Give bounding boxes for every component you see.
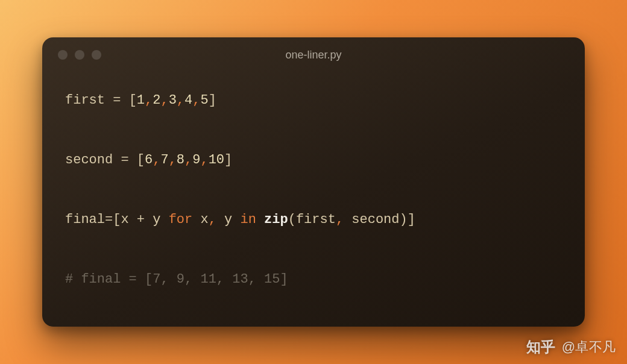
code-block: first = [1,2,3,4,5]second = [6,7,8,9,10]… xyxy=(42,72,585,301)
window-minimize-dot[interactable] xyxy=(75,50,84,60)
zhihu-logo: 知乎 xyxy=(526,337,556,357)
code-token: for xyxy=(169,212,193,227)
code-token: second xyxy=(65,152,113,168)
code-token: x xyxy=(121,212,136,227)
code-token: , xyxy=(184,152,192,168)
window-controls xyxy=(58,50,101,60)
code-token: 4 xyxy=(184,93,192,108)
code-token: [ xyxy=(137,152,145,168)
code-token: , xyxy=(192,93,200,108)
code-token: ) xyxy=(400,212,408,227)
code-token: , xyxy=(145,93,153,108)
code-line: second = [6,7,8,9,10] xyxy=(65,150,562,170)
code-token: [ xyxy=(113,212,121,227)
code-token: first xyxy=(296,212,336,227)
code-token: x xyxy=(192,212,208,227)
code-token: = xyxy=(105,93,129,108)
code-token: 3 xyxy=(169,93,177,108)
code-token: in xyxy=(240,212,256,227)
code-token: 1 xyxy=(137,93,145,108)
window-close-dot[interactable] xyxy=(58,50,68,60)
code-token: ( xyxy=(288,212,296,227)
titlebar: one-liner.py xyxy=(42,37,585,72)
code-token: [ xyxy=(129,93,137,108)
watermark-author: @卓不凡 xyxy=(562,338,616,356)
code-token: 8 xyxy=(177,152,184,168)
code-window: one-liner.py first = [1,2,3,4,5]second =… xyxy=(42,37,585,327)
code-blank-line xyxy=(65,110,562,150)
code-token: 7 xyxy=(160,152,168,168)
window-zoom-dot[interactable] xyxy=(92,50,101,60)
code-token: final xyxy=(65,212,105,227)
code-token: = xyxy=(105,212,113,227)
code-token: ] xyxy=(224,152,232,168)
code-line: # final = [7, 9, 11, 13, 15] xyxy=(65,269,562,289)
code-token: , xyxy=(177,93,184,108)
code-token: # final = [7, 9, 11, 13, 15] xyxy=(65,272,288,287)
code-token: ] xyxy=(209,93,216,108)
window-title: one-liner.py xyxy=(42,49,585,61)
code-token: , xyxy=(209,212,216,227)
code-token: second xyxy=(344,212,399,227)
code-token: ] xyxy=(408,212,415,227)
code-line: final=[x + y for x, y in zip(first, seco… xyxy=(65,210,562,230)
code-token: 6 xyxy=(145,152,153,168)
code-blank-line xyxy=(65,170,562,210)
code-blank-line xyxy=(65,230,562,269)
code-token: zip xyxy=(264,212,288,227)
code-token: , xyxy=(200,152,208,168)
code-token: = xyxy=(113,152,137,168)
code-token: y xyxy=(145,212,169,227)
code-token: y xyxy=(216,212,241,227)
code-token: , xyxy=(160,93,168,108)
code-token: 2 xyxy=(153,93,160,108)
code-token: , xyxy=(169,152,177,168)
code-line: first = [1,2,3,4,5] xyxy=(65,90,562,110)
code-token xyxy=(256,212,264,227)
code-token: first xyxy=(65,93,105,108)
code-token: , xyxy=(153,152,160,168)
code-token: 9 xyxy=(192,152,200,168)
code-token: + xyxy=(137,212,145,227)
code-token: , xyxy=(336,212,344,227)
watermark: 知乎 @卓不凡 xyxy=(526,337,616,357)
code-token: 10 xyxy=(209,152,224,168)
code-token: 5 xyxy=(200,93,208,108)
